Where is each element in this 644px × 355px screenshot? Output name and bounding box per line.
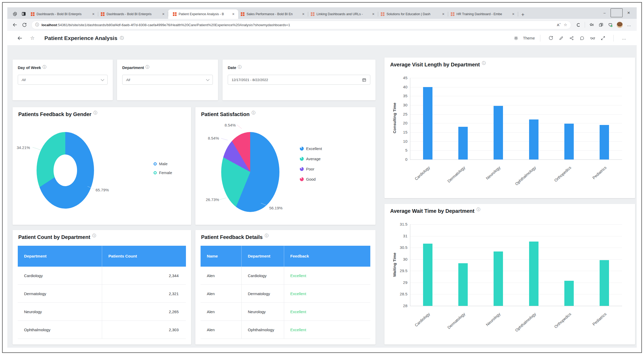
legend-item[interactable]: Excellent — [300, 146, 322, 151]
theme-label[interactable]: Theme — [523, 36, 535, 40]
bar[interactable] — [529, 242, 538, 306]
refresh-dashboard-icon[interactable] — [546, 34, 556, 43]
bar[interactable] — [458, 263, 468, 306]
info-icon[interactable]: ⓘ — [43, 65, 46, 69]
table-row[interactable]: Dermatology2,321 — [18, 285, 186, 303]
new-tab-button[interactable]: + — [521, 12, 524, 17]
browser-tab[interactable]: HR Training Dashboard - Embe✕ — [448, 9, 518, 19]
collections-icon[interactable] — [596, 20, 605, 29]
table-header-cell[interactable]: Feedback — [284, 246, 371, 267]
table-row[interactable]: Cardiology2,344 — [18, 267, 186, 285]
table-header-cell[interactable]: Department — [241, 246, 284, 267]
bar[interactable] — [564, 124, 574, 159]
filter-card-department: Departmentⓘ All — [117, 60, 218, 100]
filter-label: Date — [228, 65, 236, 70]
info-icon[interactable]: ⓘ — [145, 65, 149, 69]
legend-item[interactable]: Good — [300, 177, 322, 181]
table-row[interactable]: AlenCardiologyExcellent — [201, 267, 370, 285]
tab-actions-icon[interactable] — [19, 10, 28, 18]
browser-tab[interactable]: Sales Performance - Bold BI En✕ — [238, 9, 308, 19]
boldbi-favicon — [451, 12, 454, 16]
bar[interactable] — [564, 281, 574, 306]
table-row[interactable]: Ophthalmology2,303 — [18, 321, 186, 339]
bar[interactable] — [458, 127, 468, 159]
comment-icon[interactable] — [577, 34, 587, 43]
bar[interactable] — [494, 106, 503, 159]
info-icon[interactable]: ⓘ — [265, 233, 268, 238]
bar[interactable] — [494, 251, 503, 306]
legend-item[interactable]: Poor — [300, 167, 322, 171]
bar[interactable] — [423, 244, 432, 306]
y-tick-label: 15 — [393, 130, 407, 134]
legend-item[interactable]: Average — [300, 157, 322, 161]
back-icon[interactable] — [10, 20, 19, 29]
department-select[interactable]: All — [122, 75, 213, 85]
views-icon[interactable] — [587, 34, 598, 43]
table-header-cell[interactable]: Department — [18, 246, 102, 267]
refresh-icon[interactable] — [20, 20, 29, 29]
settings-more-icon[interactable]: … — [625, 20, 634, 29]
share-icon[interactable] — [566, 34, 577, 43]
bar[interactable] — [529, 119, 538, 159]
fullscreen-icon[interactable] — [598, 34, 608, 43]
legend-item[interactable]: Male — [154, 162, 172, 166]
dashboard-more-icon[interactable]: … — [619, 34, 629, 43]
copilot-icon[interactable] — [574, 20, 583, 29]
bar[interactable] — [600, 260, 609, 306]
tab-close-icon[interactable]: ✕ — [231, 12, 236, 16]
select-value: All — [22, 78, 101, 82]
info-icon[interactable]: ⓘ — [482, 61, 485, 66]
tab-close-icon[interactable]: ✕ — [441, 12, 446, 16]
workspaces-icon[interactable] — [10, 10, 19, 18]
y-tick-label: 30 — [393, 257, 407, 261]
bar[interactable] — [423, 87, 432, 159]
table-header-cell[interactable]: Patients Count — [102, 246, 186, 267]
address-bar[interactable]: ⓘ localhost:54361/bi/site/site1/dashboar… — [31, 21, 571, 29]
close-button[interactable]: ✕ — [623, 8, 635, 17]
tab-close-icon[interactable]: ✕ — [371, 12, 376, 16]
read-aloud-icon[interactable]: A^ — [557, 23, 560, 27]
bar[interactable] — [600, 125, 609, 159]
browser-toolbar: ⓘ localhost:54361/bi/site/site1/dashboar… — [7, 19, 637, 31]
info-icon[interactable]: ⓘ — [93, 111, 97, 115]
url-text[interactable]: localhost:54361/bi/site/site1/dashboards… — [42, 23, 554, 27]
dashboard-back-icon[interactable] — [15, 34, 25, 43]
table-row[interactable]: AlenNeurologyExcellent — [201, 303, 370, 321]
legend-item[interactable]: Female — [154, 170, 172, 175]
favorites-icon[interactable] — [587, 20, 596, 29]
tab-close-icon[interactable]: ✕ — [511, 12, 516, 16]
table-row[interactable]: AlenDermatologyExcellent — [201, 285, 370, 303]
table-header-cell[interactable]: Name — [201, 246, 241, 267]
browser-essentials-icon[interactable] — [606, 20, 615, 29]
tab-close-icon[interactable]: ✕ — [301, 12, 306, 16]
legend-marker — [300, 157, 304, 161]
tab-close-icon[interactable]: ✕ — [91, 12, 96, 16]
profile-avatar[interactable] — [615, 20, 624, 29]
favorite-dashboard-icon[interactable]: ☆ — [27, 34, 38, 43]
browser-tab[interactable]: Solutions for Education | Dash✕ — [378, 9, 448, 19]
restore-button[interactable] — [611, 8, 623, 17]
day-of-week-select[interactable]: All — [18, 75, 108, 85]
tab-close-icon[interactable]: ✕ — [161, 12, 166, 16]
info-icon[interactable]: ⓘ — [252, 111, 255, 115]
info-icon[interactable]: ⓘ — [92, 233, 96, 238]
theme-icon[interactable] — [511, 34, 521, 43]
favorite-star-icon[interactable]: ☆ — [564, 22, 567, 27]
title-info-icon[interactable]: ⓘ — [120, 36, 124, 41]
info-icon[interactable]: ⓘ — [477, 207, 480, 212]
browser-tab[interactable]: Dashboards - Bold BI Enterpris✕ — [28, 9, 98, 19]
minimize-button[interactable]: – — [599, 8, 611, 17]
info-icon[interactable]: ⓘ — [238, 65, 242, 69]
site-info-icon[interactable]: ⓘ — [35, 22, 39, 27]
browser-tab[interactable]: Linking Dashboards and URLs -✕ — [308, 9, 378, 19]
table-row[interactable]: Neurology2,265 — [18, 303, 186, 321]
x-category-label: Neurology — [467, 165, 501, 197]
browser-tab[interactable]: Dashboards - Bold BI Enterpris✕ — [98, 9, 168, 19]
tab-title: Linking Dashboards and URLs - — [317, 12, 369, 16]
x-category-label: Ophthalmology — [503, 165, 537, 197]
edit-icon[interactable] — [556, 34, 566, 43]
table-row[interactable]: AlenOphthalmologyExcellent — [201, 321, 370, 339]
browser-tab[interactable]: Patient Experience Analysis - B✕ — [168, 9, 238, 19]
date-range-input[interactable]: 12/17/2021 - 8/22/2022 — [228, 75, 370, 85]
pie-chart[interactable] — [221, 132, 279, 212]
